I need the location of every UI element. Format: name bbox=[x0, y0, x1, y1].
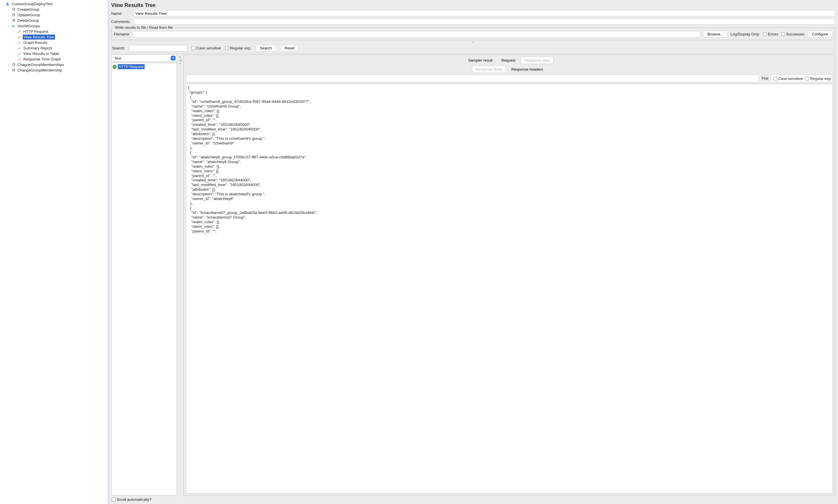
comments-input[interactable] bbox=[133, 18, 835, 25]
chevron-down-icon[interactable]: ⌄ bbox=[1, 2, 5, 5]
regex-label: Regular exp. bbox=[230, 46, 252, 50]
gear-icon bbox=[11, 68, 16, 73]
tab-response-body[interactable]: Response Body bbox=[472, 66, 506, 73]
tree-item-http-request[interactable]: › HTTP Request bbox=[0, 29, 108, 34]
page-title: View Results Tree bbox=[111, 2, 835, 8]
vertical-splitter[interactable]: ▲◀▼ bbox=[179, 55, 182, 496]
chevron-right-icon[interactable]: › bbox=[6, 8, 11, 11]
flask-icon bbox=[5, 2, 10, 6]
log-display-label: Log/Display Only: bbox=[730, 32, 760, 36]
horizontal-splitter[interactable]: ▲ bbox=[111, 41, 835, 43]
dropdown-label: Text bbox=[114, 56, 121, 60]
tree-root-row[interactable]: ⌄ CustosGroupDeployTest bbox=[0, 1, 108, 7]
tree-item-summary-report[interactable]: Summary Report bbox=[0, 46, 108, 51]
chevron-right-icon[interactable]: › bbox=[6, 63, 11, 66]
tree-item-view-results-tree[interactable]: View Results Tree bbox=[0, 34, 108, 40]
case-checkbox[interactable]: Case sensitive bbox=[191, 46, 221, 50]
gear-active-icon bbox=[11, 24, 16, 29]
chevron-right-icon[interactable]: › bbox=[12, 30, 16, 33]
gear-icon bbox=[11, 18, 16, 23]
tree-item-change-membership[interactable]: › ChangeGroupMembership bbox=[0, 68, 108, 73]
tree-item-deletegroup[interactable]: › DeleteGroup bbox=[0, 18, 108, 23]
tree-item-response-time-graph[interactable]: Response Time Graph bbox=[0, 56, 108, 62]
find-button[interactable]: Find bbox=[759, 76, 771, 81]
errors-checkbox[interactable]: Errors bbox=[763, 32, 778, 36]
case-label: Case sensitive bbox=[196, 46, 221, 50]
success-icon: ✓ bbox=[113, 65, 117, 69]
gear-icon bbox=[11, 13, 16, 17]
tab-request[interactable]: Request bbox=[498, 57, 519, 64]
scroll-auto-checkbox[interactable]: Scroll automatically? bbox=[112, 497, 151, 502]
name-row: Name: bbox=[111, 10, 835, 17]
tab-sampler-result[interactable]: Sampler result bbox=[465, 57, 496, 64]
tree-label: ChangeGroupMembership bbox=[17, 68, 63, 73]
sample-name: HTTP Request bbox=[118, 64, 144, 69]
sample-list[interactable]: ✓ HTTP Request bbox=[111, 63, 177, 496]
search-input[interactable] bbox=[129, 45, 187, 51]
tree-label: UpdateGroup bbox=[17, 13, 41, 17]
dropper-icon bbox=[17, 29, 21, 34]
comments-label: Comments: bbox=[111, 19, 133, 24]
scroll-label: Scroll automatically? bbox=[117, 497, 151, 502]
successes-checkbox[interactable]: Successes bbox=[781, 32, 805, 36]
browse-button[interactable]: Browse... bbox=[703, 31, 728, 37]
file-fieldset: Write results to file / Read from file F… bbox=[111, 28, 835, 40]
tree-label: HTTP Request bbox=[23, 29, 49, 34]
main-panel: View Results Tree Name: Comments: Write … bbox=[108, 0, 838, 504]
tab-row-2: Response Body Response headers bbox=[186, 66, 833, 73]
tree-item-creategroup[interactable]: › CreateGroup bbox=[0, 7, 108, 12]
updown-icon: ⇅ bbox=[171, 56, 175, 60]
tree-label: View Results in Table bbox=[23, 51, 59, 56]
tab-response-headers[interactable]: Response headers bbox=[508, 66, 546, 73]
results-right-column: Sampler result Request Response data Res… bbox=[183, 55, 835, 496]
renderer-dropdown[interactable]: Text ⇅ bbox=[111, 55, 177, 61]
lower-area: Text ⇅ ✓ HTTP Request ▲◀▼ Sampler result… bbox=[111, 55, 835, 496]
regex-checkbox[interactable]: Regular exp. bbox=[225, 46, 252, 50]
tree-label: CreateGroup bbox=[17, 7, 40, 12]
tree-label: ChagneGroupMemberships bbox=[17, 62, 65, 67]
response-body-text[interactable]: { "groups": [ { "id": "cchetham9_group_9… bbox=[186, 84, 833, 493]
chevron-right-icon[interactable]: › bbox=[6, 19, 11, 22]
tree-label: GetAllGroups bbox=[17, 23, 41, 29]
search-label: Search: bbox=[112, 46, 125, 50]
filename-input[interactable] bbox=[132, 31, 700, 37]
successes-label: Successes bbox=[786, 32, 805, 36]
find-input[interactable] bbox=[187, 76, 756, 82]
reset-button[interactable]: Reset bbox=[280, 45, 299, 51]
chevron-right-icon[interactable]: › bbox=[6, 69, 11, 72]
chart-icon bbox=[17, 35, 21, 39]
tab-response-data[interactable]: Response data bbox=[520, 57, 553, 64]
search-button[interactable]: Search bbox=[255, 45, 276, 51]
find-regex-checkbox[interactable]: Regular exp. bbox=[805, 76, 832, 81]
chevron-down-icon[interactable]: ⌄ bbox=[6, 24, 11, 28]
comments-row: Comments: bbox=[111, 18, 835, 25]
find-case-label: Case sensitive bbox=[779, 76, 803, 81]
tree-item-chagne-memberships[interactable]: › ChagneGroupMemberships bbox=[0, 62, 108, 68]
fieldset-legend: Write results to file / Read from file bbox=[114, 25, 174, 30]
tree-label: View Results Tree bbox=[23, 35, 55, 39]
configure-button[interactable]: Configure bbox=[807, 31, 833, 37]
chart-icon bbox=[17, 40, 21, 45]
tree-item-view-results-table[interactable]: View Results in Table bbox=[0, 51, 108, 56]
tree-root-label: CustosGroupDeployTest bbox=[11, 1, 53, 6]
find-row: Find Case sensitive Regular exp. bbox=[186, 75, 833, 82]
errors-label: Errors bbox=[768, 32, 778, 36]
tree-item-updategroup[interactable]: › UpdateGroup bbox=[0, 12, 108, 18]
gear-icon bbox=[11, 62, 16, 67]
response-tabs-area: Sampler result Request Response data Res… bbox=[183, 55, 835, 496]
svg-rect-2 bbox=[19, 30, 20, 31]
gear-icon bbox=[11, 7, 16, 12]
name-input[interactable] bbox=[133, 10, 835, 17]
tree-label: DeleteGroup bbox=[17, 18, 39, 23]
chart-icon bbox=[17, 46, 21, 51]
sample-item[interactable]: ✓ HTTP Request bbox=[113, 64, 175, 69]
filename-label: Filename bbox=[114, 32, 129, 36]
find-case-checkbox[interactable]: Case sensitive bbox=[773, 76, 803, 81]
name-label: Name: bbox=[111, 11, 133, 16]
tree-item-getallgroups[interactable]: ⌄ GetAllGroups bbox=[0, 23, 108, 29]
tree-panel: ⌄ CustosGroupDeployTest › CreateGroup › … bbox=[0, 0, 108, 504]
bottom-row: Scroll automatically? bbox=[111, 496, 835, 502]
chevron-right-icon[interactable]: › bbox=[6, 13, 11, 17]
svg-rect-0 bbox=[7, 2, 8, 2]
tree-item-graph-results[interactable]: Graph Results bbox=[0, 40, 108, 46]
